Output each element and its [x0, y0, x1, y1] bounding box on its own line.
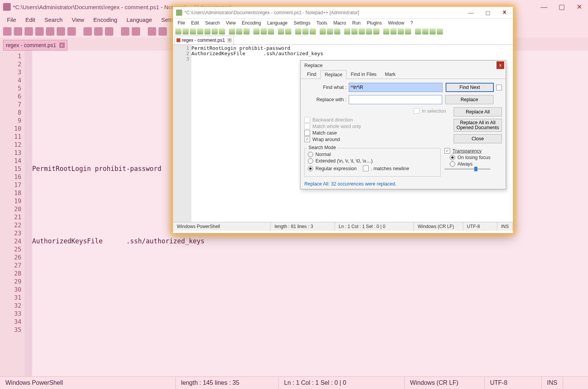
toolbar-icon[interactable]	[415, 28, 421, 34]
toolbar-icon[interactable]	[212, 28, 218, 34]
menu-search[interactable]: Search	[202, 20, 223, 26]
print-icon[interactable]	[67, 27, 76, 36]
transparency-checkbox[interactable]: ✓	[444, 148, 450, 154]
save-all-icon[interactable]	[35, 27, 44, 36]
menu-plugins[interactable]: Plugins	[364, 20, 385, 26]
dialog-close-button[interactable]: x	[497, 61, 504, 69]
find-icon[interactable]	[148, 27, 156, 36]
toolbar-icon[interactable]	[243, 28, 250, 34]
toolbar-icon[interactable]	[405, 28, 411, 34]
toolbar-icon[interactable]	[268, 28, 274, 34]
replace-all-docs-button[interactable]: Replace All in All Opened Documents	[454, 119, 502, 132]
toolbar-icon[interactable]	[204, 28, 211, 34]
menu-help[interactable]: ?	[407, 20, 416, 26]
toolbar-icon[interactable]	[261, 28, 267, 34]
open-icon[interactable]	[14, 27, 22, 36]
undo-icon[interactable]	[121, 27, 129, 36]
transparency-slider[interactable]	[444, 168, 490, 170]
dot-newline-checkbox[interactable]	[363, 166, 369, 171]
maximize-button[interactable]: ▢	[479, 7, 496, 18]
radio-on-losing-focus[interactable]	[450, 155, 455, 160]
save-icon[interactable]	[24, 27, 33, 36]
tab-find[interactable]: Find	[303, 70, 320, 79]
menu-encoding[interactable]: Encoding	[89, 15, 122, 25]
toolbar-icon[interactable]	[334, 28, 340, 34]
toolbar-icon[interactable]	[422, 28, 428, 34]
redo-icon[interactable]	[132, 27, 140, 36]
menu-edit[interactable]: Edit	[188, 20, 202, 26]
close-file-icon[interactable]	[46, 27, 54, 36]
toolbar-icon[interactable]	[253, 28, 260, 34]
toolbar-icon[interactable]	[327, 28, 333, 34]
find-next-extra-checkbox[interactable]	[496, 85, 502, 90]
menu-view[interactable]: View	[223, 20, 239, 26]
close-button[interactable]: Close	[454, 134, 502, 143]
close-file-icon[interactable]: x	[498, 8, 511, 15]
toolbar-icon[interactable]	[398, 28, 404, 34]
toolbar-icon[interactable]	[390, 28, 397, 34]
toolbar-icon[interactable]	[175, 28, 181, 34]
minimize-button[interactable]: —	[462, 7, 479, 18]
paste-icon[interactable]	[105, 27, 113, 36]
tab-replace[interactable]: Replace	[320, 70, 346, 79]
toolbar-icon[interactable]	[183, 28, 189, 34]
toolbar-icon[interactable]	[351, 28, 358, 34]
menu-language[interactable]: Language	[122, 15, 157, 25]
tab-mark[interactable]: Mark	[381, 70, 400, 79]
menu-file[interactable]: File	[175, 20, 188, 26]
toolbar-icon[interactable]	[278, 28, 284, 34]
cut-icon[interactable]	[83, 27, 92, 36]
new-icon[interactable]	[3, 27, 11, 36]
replace-button[interactable]: Replace	[445, 95, 493, 104]
toolbar-icon[interactable]	[344, 28, 350, 34]
close-all-icon[interactable]	[57, 27, 65, 36]
toolbar-icon[interactable]	[320, 28, 326, 34]
find-what-input[interactable]	[349, 83, 443, 92]
maximize-button[interactable]: ▢	[553, 0, 570, 14]
toolbar-icon[interactable]	[197, 28, 203, 34]
front-file-tab[interactable]: regex - comment.ps1 ×	[175, 36, 234, 44]
find-next-button[interactable]: Find Next	[446, 83, 494, 92]
menu-encoding[interactable]: Encoding	[239, 20, 264, 26]
toolbar-icon[interactable]	[236, 28, 242, 34]
replace-all-button[interactable]: Replace All	[454, 107, 502, 117]
toolbar-icon[interactable]	[285, 28, 291, 34]
replace-icon[interactable]	[158, 27, 167, 36]
toolbar-icon[interactable]	[359, 28, 365, 34]
toolbar-icon[interactable]	[383, 28, 389, 34]
toolbar-icon[interactable]	[302, 28, 309, 34]
radio-always[interactable]	[450, 161, 455, 167]
wrap-around-checkbox[interactable]: ✓	[304, 136, 310, 142]
replace-with-input[interactable]	[349, 95, 442, 104]
menu-macro[interactable]: Macro	[330, 20, 349, 26]
menu-tools[interactable]: Tools	[314, 20, 330, 26]
toolbar-icon[interactable]	[229, 28, 235, 34]
front-editor[interactable]: 123 PermitRootLogin prohibit-password Au…	[173, 44, 513, 222]
menu-language[interactable]: Language	[264, 20, 291, 26]
toolbar-icon[interactable]	[366, 28, 372, 34]
copy-icon[interactable]	[94, 27, 103, 36]
tab-close-icon[interactable]: ×	[59, 43, 65, 48]
toolbar-icon[interactable]	[190, 28, 196, 34]
tab-close-icon[interactable]: ×	[227, 38, 232, 43]
toolbar-icon[interactable]	[430, 28, 436, 34]
menu-run[interactable]: Run	[349, 20, 364, 26]
match-case-checkbox[interactable]	[304, 130, 310, 136]
toolbar-icon[interactable]	[437, 28, 443, 34]
menu-settings[interactable]: Settings	[291, 20, 313, 26]
dialog-titlebar[interactable]: Replace x	[301, 61, 506, 70]
radio-regex[interactable]	[308, 166, 313, 171]
menu-search[interactable]: Search	[40, 15, 67, 25]
toolbar-icon[interactable]	[310, 28, 316, 34]
close-button[interactable]: ✕	[570, 0, 588, 14]
menu-edit[interactable]: Edit	[21, 15, 40, 25]
radio-extended[interactable]	[308, 158, 313, 164]
radio-normal[interactable]	[308, 152, 313, 157]
menu-file[interactable]: File	[2, 15, 21, 25]
back-file-tab[interactable]: regex - comment.ps1 ×	[3, 40, 67, 51]
tab-find-in-files[interactable]: Find in Files	[346, 70, 381, 79]
toolbar-icon[interactable]	[295, 28, 301, 34]
toolbar-icon[interactable]	[219, 28, 225, 34]
minimize-button[interactable]: —	[535, 0, 553, 14]
menu-view[interactable]: View	[67, 15, 89, 25]
